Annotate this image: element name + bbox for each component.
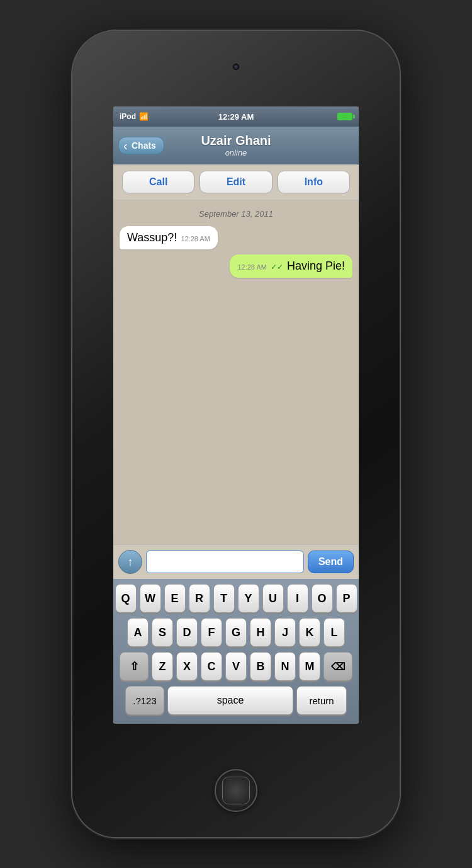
home-button[interactable]	[215, 769, 257, 812]
numbers-key[interactable]: .?123	[125, 686, 164, 715]
date-divider: September 13, 2011	[120, 209, 352, 219]
bubble-text-1: Wassup?!	[127, 231, 177, 244]
send-button[interactable]: Send	[308, 551, 354, 573]
key-l[interactable]: L	[323, 618, 345, 647]
key-e[interactable]: E	[164, 584, 186, 613]
key-m[interactable]: M	[299, 652, 320, 681]
edit-button[interactable]: Edit	[199, 171, 272, 193]
key-v[interactable]: V	[225, 652, 247, 681]
screen: iPod 📶 12:29 AM Chats Uzair Ghani online	[113, 106, 359, 724]
key-b[interactable]: B	[250, 652, 271, 681]
key-n[interactable]: N	[274, 652, 296, 681]
contact-name: Uzair Ghani	[201, 133, 271, 148]
message-input[interactable]	[146, 551, 304, 573]
keyboard[interactable]: Q W E R T Y U I O P A S D F G	[113, 579, 359, 724]
key-s[interactable]: S	[152, 618, 173, 647]
key-g[interactable]: G	[225, 618, 247, 647]
action-buttons: Call Edit Info	[113, 164, 359, 200]
chat-area: September 13, 2011 Wassup?! 12:28 AM 12:…	[113, 200, 359, 544]
keyboard-row-4: .?123 space return	[116, 686, 356, 715]
info-button[interactable]: Info	[278, 171, 350, 193]
key-d[interactable]: D	[176, 618, 198, 647]
status-right	[337, 113, 352, 120]
status-bar: iPod 📶 12:29 AM	[113, 106, 359, 127]
carrier-label: iPod	[120, 112, 136, 121]
nav-title-area: Uzair Ghani online	[201, 133, 271, 157]
delete-key[interactable]: ⌫	[323, 652, 352, 681]
key-o[interactable]: O	[312, 584, 333, 613]
keyboard-row-2: A S D F G H J K L	[116, 618, 356, 647]
key-w[interactable]: W	[140, 584, 161, 613]
key-j[interactable]: J	[274, 618, 296, 647]
upload-icon: ↑	[128, 556, 133, 568]
key-z[interactable]: Z	[152, 652, 173, 681]
battery-icon	[337, 113, 352, 120]
nav-bar: Chats Uzair Ghani online	[113, 127, 359, 164]
keyboard-row-1: Q W E R T Y U I O P	[116, 584, 356, 613]
key-i[interactable]: I	[287, 584, 308, 613]
key-y[interactable]: Y	[238, 584, 259, 613]
key-q[interactable]: Q	[115, 584, 137, 613]
bubble-time-1: 12:28 AM	[181, 235, 210, 243]
key-p[interactable]: P	[336, 584, 357, 613]
return-key[interactable]: return	[296, 686, 347, 715]
status-left: iPod 📶	[120, 112, 149, 121]
key-r[interactable]: R	[189, 584, 210, 613]
home-button-inner	[222, 777, 250, 804]
contact-status: online	[201, 148, 271, 157]
keyboard-row-3: ⇧ Z X C V B N M ⌫	[116, 652, 356, 681]
key-u[interactable]: U	[262, 584, 284, 613]
space-key[interactable]: space	[167, 686, 293, 715]
checkmarks: ✓✓	[271, 263, 283, 271]
device-shell: iPod 📶 12:29 AM Chats Uzair Ghani online	[72, 31, 400, 837]
bubble-incoming: Wassup?! 12:28 AM	[120, 226, 218, 249]
bubble-outgoing: 12:28 AM ✓✓ Having Pie!	[230, 254, 352, 278]
key-t[interactable]: T	[213, 584, 235, 613]
camera	[233, 64, 239, 70]
key-x[interactable]: X	[176, 652, 198, 681]
back-button[interactable]: Chats	[118, 137, 164, 154]
key-a[interactable]: A	[127, 618, 149, 647]
key-c[interactable]: C	[201, 652, 222, 681]
call-button[interactable]: Call	[122, 171, 194, 193]
message-row-outgoing: 12:28 AM ✓✓ Having Pie!	[120, 254, 352, 278]
key-k[interactable]: K	[299, 618, 320, 647]
device-wrapper: iPod 📶 12:29 AM Chats Uzair Ghani online	[0, 0, 472, 868]
key-h[interactable]: H	[250, 618, 271, 647]
message-row-incoming: Wassup?! 12:28 AM	[120, 226, 352, 249]
wifi-icon: 📶	[139, 112, 149, 121]
bubble-time-2: 12:28 AM	[237, 263, 266, 271]
status-time: 12:29 AM	[218, 112, 254, 122]
input-area: ↑ Send	[113, 544, 359, 579]
shift-key[interactable]: ⇧	[120, 652, 149, 681]
voice-button[interactable]: ↑	[118, 550, 142, 574]
back-button-label: Chats	[132, 140, 156, 151]
bubble-text-2: Having Pie!	[287, 260, 345, 273]
key-f[interactable]: F	[201, 618, 222, 647]
